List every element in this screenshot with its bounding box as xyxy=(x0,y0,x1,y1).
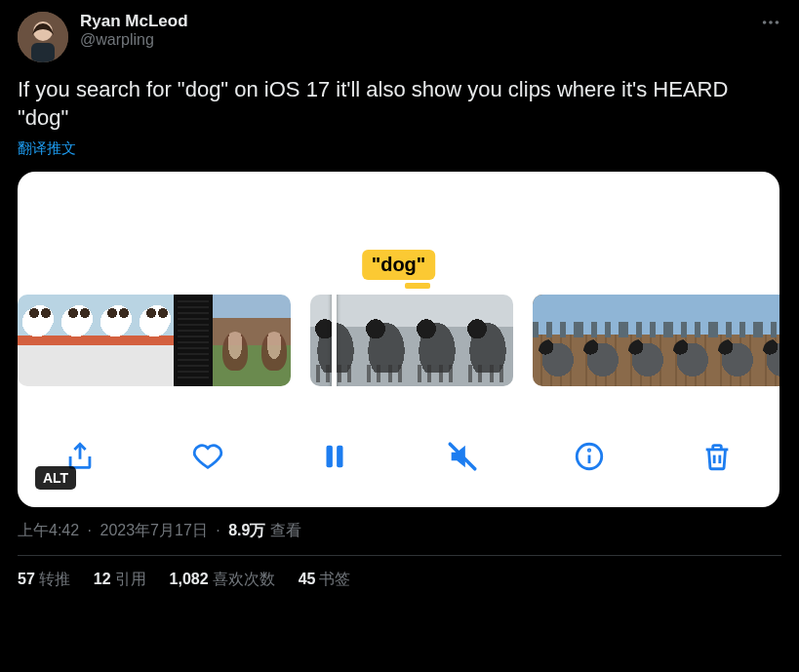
stats-row: 57转推 12引用 1,082喜欢次数 45书签 xyxy=(18,556,781,590)
tweet-date[interactable]: 2023年7月17日 xyxy=(100,522,208,538)
bookmarks-stat[interactable]: 45书签 xyxy=(299,570,351,590)
clip-group-active[interactable] xyxy=(310,295,513,386)
pause-button[interactable] xyxy=(315,437,354,476)
likes-count: 1,082 xyxy=(170,571,209,587)
clip-group[interactable] xyxy=(533,295,779,386)
quotes-label: 引用 xyxy=(115,571,146,587)
svg-point-10 xyxy=(589,450,590,451)
heart-icon xyxy=(191,440,224,473)
svg-rect-6 xyxy=(327,446,333,468)
display-name[interactable]: Ryan McLeod xyxy=(80,12,188,31)
tweet-text: If you search for "dog" on iOS 17 it'll … xyxy=(18,76,781,132)
svg-rect-7 xyxy=(337,446,342,468)
mute-button[interactable] xyxy=(443,437,482,476)
delete-button[interactable] xyxy=(698,437,737,476)
timeline-frame xyxy=(252,295,291,386)
quotes-stat[interactable]: 12引用 xyxy=(94,570,146,590)
retweets-label: 转推 xyxy=(39,571,70,587)
speaker-muted-icon xyxy=(446,440,479,473)
timeline-frame xyxy=(533,295,578,386)
search-result-chip: "dog" xyxy=(362,250,436,280)
svg-point-3 xyxy=(763,20,767,24)
views-count: 8.9万 xyxy=(228,522,265,538)
timeline-frame xyxy=(174,295,213,386)
more-icon xyxy=(760,12,781,33)
bookmarks-count: 45 xyxy=(299,571,316,587)
timeline-frame xyxy=(622,295,667,386)
info-button[interactable] xyxy=(570,437,609,476)
timeline-frame xyxy=(213,295,252,386)
quotes-count: 12 xyxy=(94,571,111,587)
info-icon xyxy=(573,440,606,473)
retweets-stat[interactable]: 57转推 xyxy=(18,570,70,590)
timeline-scrubber[interactable] xyxy=(18,295,779,386)
timeline-frame xyxy=(412,295,462,386)
timeline-frame xyxy=(712,295,757,386)
separator: · xyxy=(88,522,92,538)
retweets-count: 57 xyxy=(18,571,35,587)
tweet-header: Ryan McLeod @warpling xyxy=(18,12,781,62)
pause-icon xyxy=(318,440,351,473)
timeline-frame xyxy=(757,295,779,386)
alt-badge[interactable]: ALT xyxy=(35,466,76,490)
clip-group[interactable] xyxy=(18,295,291,386)
tweet-container: Ryan McLeod @warpling If you search for … xyxy=(0,0,799,602)
more-button[interactable] xyxy=(760,12,781,37)
bookmarks-label: 书签 xyxy=(319,571,350,587)
timeline-frame xyxy=(57,295,96,386)
svg-point-4 xyxy=(769,20,773,24)
media-toolbar xyxy=(18,429,779,484)
timeline-frame xyxy=(578,295,622,386)
user-handle[interactable]: @warpling xyxy=(80,31,188,49)
user-block: Ryan McLeod @warpling xyxy=(80,12,188,49)
separator: · xyxy=(216,522,220,538)
like-button[interactable] xyxy=(188,437,227,476)
svg-point-5 xyxy=(776,20,779,24)
timeline-frame xyxy=(18,295,57,386)
timeline-frame xyxy=(135,295,174,386)
trash-icon xyxy=(700,440,734,473)
tweet-time[interactable]: 上午4:42 xyxy=(18,522,79,538)
svg-rect-2 xyxy=(31,43,55,62)
timeline-frame xyxy=(361,295,412,386)
tweet-meta: 上午4:42 · 2023年7月17日 · 8.9万 查看 xyxy=(18,521,781,541)
timeline-frame xyxy=(96,295,135,386)
media-card[interactable]: "dog" xyxy=(18,172,779,507)
timeline-frame xyxy=(462,295,513,386)
timeline-frame xyxy=(667,295,712,386)
playhead[interactable] xyxy=(332,295,337,386)
translate-link[interactable]: 翻译推文 xyxy=(18,139,76,158)
likes-stat[interactable]: 1,082喜欢次数 xyxy=(170,570,275,590)
avatar[interactable] xyxy=(18,12,68,62)
timeline-match-marker xyxy=(405,283,430,289)
likes-label: 喜欢次数 xyxy=(213,571,275,587)
views-label[interactable]: 查看 xyxy=(270,522,301,538)
